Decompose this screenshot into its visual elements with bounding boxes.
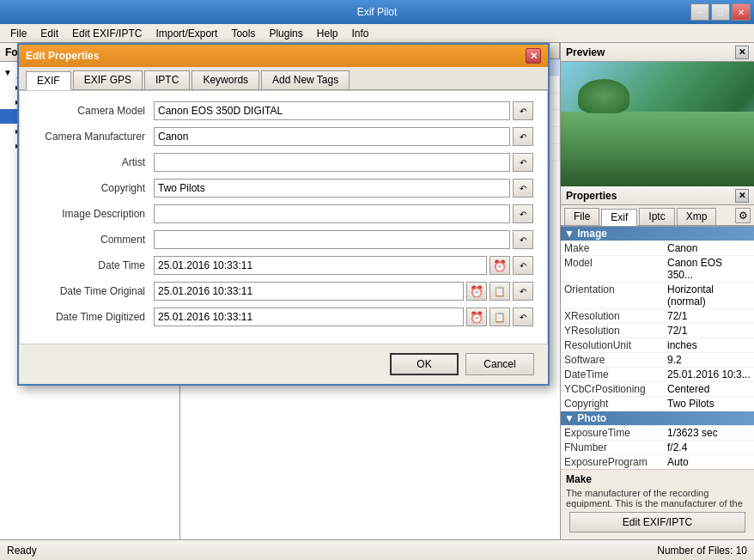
input-date-time-digitized[interactable] bbox=[154, 307, 464, 326]
label-image-description: Image Description bbox=[33, 208, 154, 220]
modal-tab-keywords[interactable]: Keywords bbox=[192, 70, 259, 89]
form-row-image-description: Image Description ↶ bbox=[33, 204, 533, 223]
prop-exposuretime: ExposureTime1/3623 sec bbox=[561, 426, 754, 441]
label-camera-model: Camera Model bbox=[33, 105, 154, 117]
prop-software: Software9.2 bbox=[561, 353, 754, 368]
section-header-image: ▼ Image bbox=[561, 227, 754, 241]
form-row-copyright: Copyright ↶ bbox=[33, 179, 533, 198]
modal-title-bar: Edit Properties ✕ bbox=[19, 45, 548, 67]
input-artist[interactable] bbox=[154, 153, 510, 172]
maximize-button[interactable]: □ bbox=[711, 3, 730, 21]
modal-content: Camera Model ↶ Camera Manufacturer ↶ Art… bbox=[19, 90, 548, 344]
edit-properties-modal: Edit Properties ✕ EXIF EXIF GPS IPTC Key… bbox=[17, 43, 550, 386]
minimize-button[interactable]: ─ bbox=[690, 3, 709, 21]
modal-footer: OK Cancel bbox=[19, 344, 548, 384]
prop-model: ModelCanon EOS 350... bbox=[561, 256, 754, 283]
undo-camera-model-btn[interactable]: ↶ bbox=[513, 101, 533, 120]
cancel-button[interactable]: Cancel bbox=[465, 353, 534, 375]
close-button[interactable]: ✕ bbox=[732, 3, 751, 21]
prop-resunit: ResolutionUnitinches bbox=[561, 338, 754, 353]
undo-artist-btn[interactable]: ↶ bbox=[513, 153, 533, 172]
form-row-comment: Comment ↶ bbox=[33, 230, 533, 249]
props-tab-iptc[interactable]: Iptc bbox=[639, 208, 674, 225]
props-tab-exif[interactable]: Exif bbox=[601, 209, 637, 226]
section-header-photo: ▼ Photo bbox=[561, 411, 754, 426]
menu-import-export[interactable]: Import/Export bbox=[149, 24, 224, 42]
clock-date-time-btn[interactable]: ⏰ bbox=[489, 256, 510, 275]
app-title: Exif Pilot bbox=[357, 6, 398, 18]
input-comment[interactable] bbox=[154, 230, 510, 249]
prop-ycbcr: YCbCrPositioningCentered bbox=[561, 382, 754, 397]
props-tab-file[interactable]: File bbox=[564, 208, 599, 225]
clock-date-time-digitized-btn[interactable]: ⏰ bbox=[466, 307, 487, 326]
preview-image bbox=[561, 62, 754, 186]
props-close-button[interactable]: ✕ bbox=[735, 189, 749, 203]
clock-date-time-original-btn[interactable]: ⏰ bbox=[466, 282, 487, 301]
input-copyright[interactable] bbox=[154, 179, 510, 198]
menu-plugins[interactable]: Plugins bbox=[262, 24, 309, 42]
edit-exif-btn[interactable]: Edit EXIF/IPTC bbox=[569, 512, 745, 533]
prop-orientation: OrientationHorizontal (normal) bbox=[561, 283, 754, 309]
props-table: ▼ Image MakeCanon ModelCanon EOS 350... … bbox=[561, 227, 754, 469]
modal-tab-exif[interactable]: EXIF bbox=[26, 71, 71, 90]
label-date-time-digitized: Date Time Digitized bbox=[33, 311, 154, 323]
section-name-photo: ▼ Photo bbox=[561, 411, 754, 426]
undo-image-description-btn[interactable]: ↶ bbox=[513, 204, 533, 223]
label-camera-manufacturer: Camera Manufacturer bbox=[33, 131, 154, 143]
ok-button[interactable]: OK bbox=[390, 353, 459, 375]
props-tabs: File Exif Iptc Xmp ⚙ bbox=[561, 205, 754, 226]
props-panel: ▼ Image MakeCanon ModelCanon EOS 350... … bbox=[561, 226, 754, 469]
menu-help[interactable]: Help bbox=[310, 24, 345, 42]
undo-date-time-digitized-btn[interactable]: ↶ bbox=[513, 307, 533, 326]
menu-edit[interactable]: Edit bbox=[33, 24, 65, 42]
input-date-time[interactable] bbox=[154, 256, 487, 275]
form-row-camera-model: Camera Model ↶ bbox=[33, 101, 533, 120]
make-section-title: Make bbox=[566, 473, 749, 485]
prop-copyright: CopyrightTwo Pilots bbox=[561, 397, 754, 411]
prop-xresolution: XResolution72/1 bbox=[561, 309, 754, 324]
modal-tab-add-new-tags[interactable]: Add New Tags bbox=[261, 70, 350, 89]
copy-date-time-original-btn[interactable]: 📋 bbox=[489, 282, 510, 301]
label-copyright: Copyright bbox=[33, 182, 154, 194]
preview-title: Preview bbox=[566, 46, 605, 58]
form-row-artist: Artist ↶ bbox=[33, 153, 533, 172]
menu-edit-exif[interactable]: Edit EXIF/IPTC bbox=[65, 24, 149, 42]
props-settings-icon[interactable]: ⚙ bbox=[735, 208, 751, 223]
preview-header: Preview ✕ bbox=[561, 43, 754, 62]
menu-file[interactable]: File bbox=[3, 24, 33, 42]
undo-comment-btn[interactable]: ↶ bbox=[513, 230, 533, 249]
modal-close-button[interactable]: ✕ bbox=[526, 48, 541, 64]
form-row-date-time-original: Date Time Original ⏰ 📋 ↶ bbox=[33, 282, 533, 301]
prop-fnumber: FNumberf/2.4 bbox=[561, 441, 754, 455]
label-date-time: Date Time bbox=[33, 259, 154, 271]
undo-copyright-btn[interactable]: ↶ bbox=[513, 179, 533, 198]
copy-date-time-digitized-btn[interactable]: 📋 bbox=[489, 307, 510, 326]
modal-tab-exif-gps[interactable]: EXIF GPS bbox=[73, 70, 143, 89]
label-comment: Comment bbox=[33, 234, 154, 246]
label-date-time-original: Date Time Original bbox=[33, 285, 154, 297]
make-description: The manufacturer of the recording equipm… bbox=[566, 488, 749, 508]
title-bar: Exif Pilot ─ □ ✕ bbox=[0, 0, 754, 24]
prop-yresolution: YResolution72/1 bbox=[561, 324, 754, 338]
menu-bar: File Edit Edit EXIF/IPTC Import/Export T… bbox=[0, 24, 754, 43]
undo-date-time-original-btn[interactable]: ↶ bbox=[513, 282, 533, 301]
input-camera-model[interactable] bbox=[154, 101, 510, 120]
undo-camera-manufacturer-btn[interactable]: ↶ bbox=[513, 127, 533, 146]
status-bar: Ready Number of Files: 10 bbox=[0, 539, 754, 560]
undo-date-time-btn[interactable]: ↶ bbox=[513, 256, 533, 275]
input-date-time-original[interactable] bbox=[154, 282, 464, 301]
preview-close-button[interactable]: ✕ bbox=[735, 46, 749, 59]
menu-info[interactable]: Info bbox=[344, 24, 375, 42]
label-artist: Artist bbox=[33, 156, 154, 168]
input-image-description[interactable] bbox=[154, 204, 510, 223]
input-camera-manufacturer[interactable] bbox=[154, 127, 510, 146]
prop-make: MakeCanon bbox=[561, 241, 754, 256]
props-title: Properties bbox=[566, 190, 617, 202]
modal-tabs: EXIF EXIF GPS IPTC Keywords Add New Tags bbox=[19, 67, 548, 90]
title-bar-controls: ─ □ ✕ bbox=[690, 3, 751, 21]
props-header: Properties ✕ bbox=[561, 186, 754, 205]
modal-tab-iptc[interactable]: IPTC bbox=[144, 70, 190, 89]
props-tab-xmp[interactable]: Xmp bbox=[677, 208, 717, 225]
menu-tools[interactable]: Tools bbox=[224, 24, 262, 42]
form-row-date-time-digitized: Date Time Digitized ⏰ 📋 ↶ bbox=[33, 307, 533, 326]
